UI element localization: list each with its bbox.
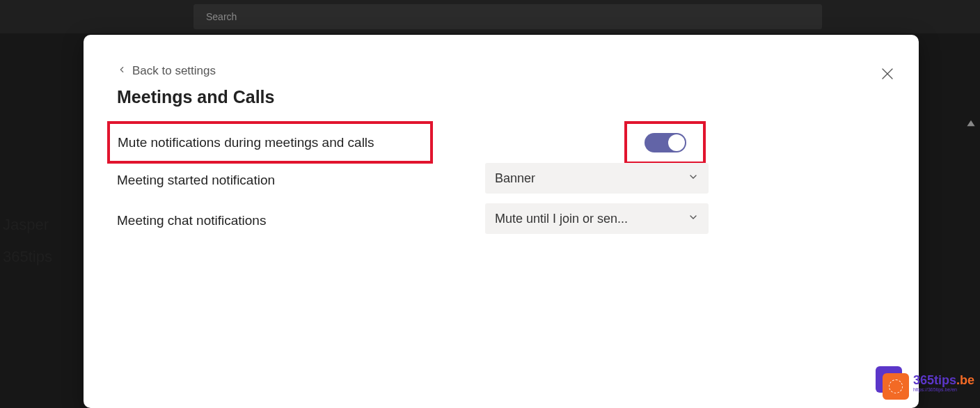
watermark-text: 365tips.be https://365tips.be/en xyxy=(913,374,974,392)
search-input[interactable]: Search xyxy=(193,4,822,29)
watermark: 365tips.be https://365tips.be/en xyxy=(876,366,974,400)
meeting-chat-dropdown[interactable]: Mute until I join or sen... xyxy=(485,203,709,234)
background-sitename: 365tips xyxy=(3,248,52,266)
watermark-url: https://365tips.be/en xyxy=(913,387,974,392)
meeting-started-dropdown[interactable]: Banner xyxy=(485,163,709,194)
mute-notifications-toggle[interactable] xyxy=(645,133,686,152)
meeting-chat-label: Meeting chat notifications xyxy=(117,213,266,228)
chevron-down-icon xyxy=(688,212,699,226)
mute-notifications-label: Mute notifications during meetings and c… xyxy=(118,135,374,150)
watermark-brand: 365tips xyxy=(913,373,956,387)
watermark-logo-icon xyxy=(876,366,909,400)
close-icon xyxy=(879,72,896,84)
highlight-mute-toggle xyxy=(624,121,706,164)
app-topbar: Search xyxy=(0,0,980,33)
scrollbar-up-button[interactable] xyxy=(966,118,977,130)
search-placeholder: Search xyxy=(206,11,237,22)
meeting-started-row: Meeting started notification xyxy=(117,173,275,188)
chevron-left-icon xyxy=(117,64,127,78)
close-button[interactable] xyxy=(879,65,896,82)
background-username: Jasper xyxy=(3,216,49,234)
page-title: Meetings and Calls xyxy=(117,87,274,107)
back-link-label: Back to settings xyxy=(132,64,216,78)
meeting-started-value: Banner xyxy=(495,171,535,186)
toggle-knob xyxy=(668,134,685,151)
triangle-up-icon xyxy=(966,118,976,130)
watermark-tld: .be xyxy=(956,373,974,387)
chevron-down-icon xyxy=(688,171,699,186)
meeting-chat-row: Meeting chat notifications xyxy=(117,213,266,228)
highlight-mute-label: Mute notifications during meetings and c… xyxy=(107,121,433,164)
meeting-chat-value: Mute until I join or sen... xyxy=(495,212,628,226)
meeting-started-label: Meeting started notification xyxy=(117,173,275,188)
back-to-settings-link[interactable]: Back to settings xyxy=(117,64,216,78)
